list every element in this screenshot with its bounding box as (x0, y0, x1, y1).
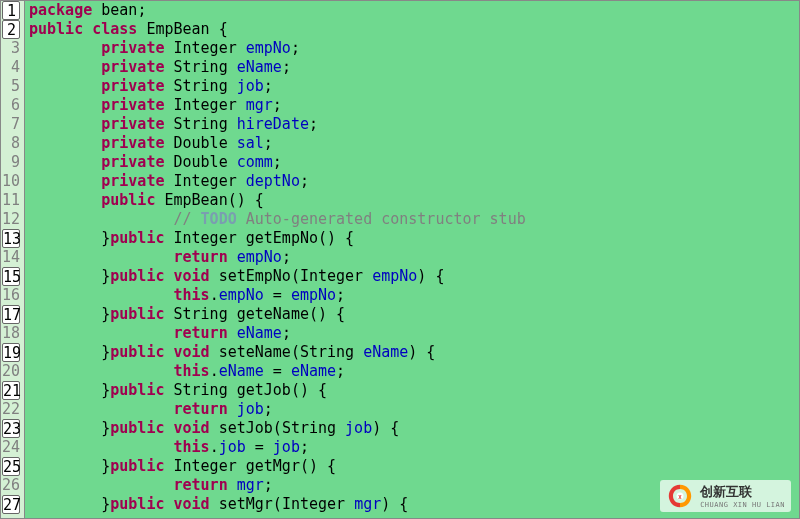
code-line[interactable]: }public void seteName(String eName) { (29, 343, 799, 362)
line-number: 6 (1, 96, 20, 115)
line-number: 2 (2, 20, 20, 39)
line-number: 11 (1, 191, 20, 210)
code-line[interactable]: package bean; (29, 1, 799, 20)
code-line[interactable]: private String eName; (29, 58, 799, 77)
line-number: 4 (1, 58, 20, 77)
code-line[interactable]: }public Integer getMgr() { (29, 457, 799, 476)
line-number: 24 (1, 438, 20, 457)
line-number: 10 (1, 172, 20, 191)
code-line[interactable]: private String hireDate; (29, 115, 799, 134)
code-line[interactable]: this.empNo = empNo; (29, 286, 799, 305)
watermark-text: 创新互联 (700, 483, 785, 501)
code-line[interactable]: }public void setJob(String job) { (29, 419, 799, 438)
code-line[interactable]: return eName; (29, 324, 799, 343)
code-line[interactable]: this.job = job; (29, 438, 799, 457)
code-line[interactable]: // TODO Auto-generated constructor stub (29, 210, 799, 229)
line-number: 21 (2, 381, 20, 400)
line-number: 5 (1, 77, 20, 96)
line-number: 18 (1, 324, 20, 343)
watermark-logo-icon: X (666, 482, 694, 510)
line-number: 9 (1, 153, 20, 172)
line-number: 8 (1, 134, 20, 153)
code-line[interactable]: private String job; (29, 77, 799, 96)
line-number: 23 (2, 419, 20, 438)
line-number: 19 (2, 343, 20, 362)
line-number: 1 (2, 1, 20, 20)
code-editor[interactable]: 1234567891011121314151617181920212223242… (1, 1, 799, 518)
code-line[interactable]: return empNo; (29, 248, 799, 267)
code-line[interactable]: private Double comm; (29, 153, 799, 172)
watermark: X 创新互联 CHUANG XIN HU LIAN (660, 480, 791, 512)
code-line[interactable]: private Integer empNo; (29, 39, 799, 58)
line-number: 17 (2, 305, 20, 324)
code-line[interactable]: }public void setEmpNo(Integer empNo) { (29, 267, 799, 286)
code-line[interactable]: return job; (29, 400, 799, 419)
line-number: 26 (1, 476, 20, 495)
line-number-gutter: 1234567891011121314151617181920212223242… (1, 1, 25, 518)
line-number: 14 (1, 248, 20, 267)
line-number: 25 (2, 457, 20, 476)
code-line[interactable]: private Double sal; (29, 134, 799, 153)
code-line[interactable]: public EmpBean() { (29, 191, 799, 210)
line-number: 22 (1, 400, 20, 419)
line-number: 3 (1, 39, 20, 58)
code-line[interactable]: public class EmpBean { (29, 20, 799, 39)
code-line[interactable]: }public Integer getEmpNo() { (29, 229, 799, 248)
code-line[interactable]: private Integer mgr; (29, 96, 799, 115)
line-number: 13 (2, 229, 20, 248)
code-line[interactable]: }public String geteName() { (29, 305, 799, 324)
code-line[interactable]: private Integer deptNo; (29, 172, 799, 191)
code-line[interactable]: }public String getJob() { (29, 381, 799, 400)
line-number: 12 (1, 210, 20, 229)
line-number: 20 (1, 362, 20, 381)
line-number: 16 (1, 286, 20, 305)
line-number: 27 (2, 495, 20, 514)
code-area[interactable]: package bean;public class EmpBean { priv… (25, 1, 799, 518)
line-number: 7 (1, 115, 20, 134)
watermark-subtext: CHUANG XIN HU LIAN (700, 501, 785, 509)
line-number: 15 (2, 267, 20, 286)
code-line[interactable]: this.eName = eName; (29, 362, 799, 381)
